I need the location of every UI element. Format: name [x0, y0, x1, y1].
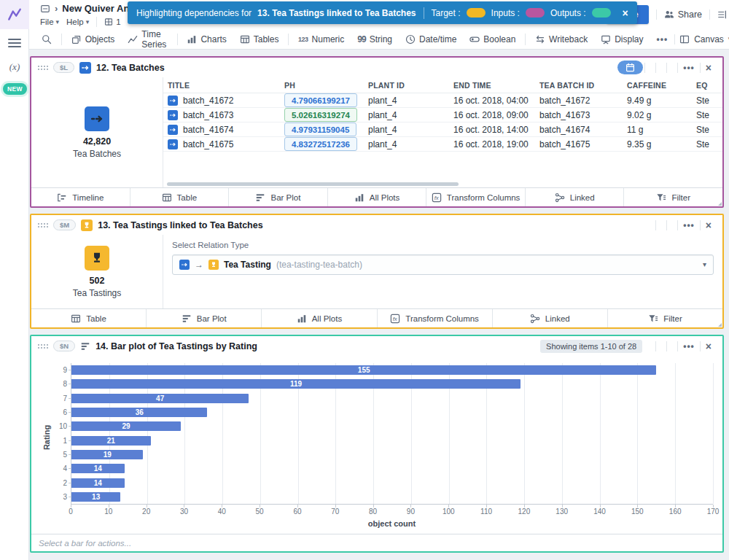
toolbar-item-writeback[interactable]: Writeback [529, 29, 594, 49]
more-icon: ••• [657, 35, 668, 44]
calendar-icon[interactable] [617, 61, 643, 74]
bar-value-label: 119 [290, 380, 302, 388]
share-button[interactable]: Share [664, 9, 702, 20]
bar-rating-10[interactable]: 29 [71, 421, 181, 431]
variable-badge[interactable]: $L [53, 62, 74, 73]
svg-text:fx: fx [393, 315, 398, 322]
variable-badge[interactable]: $M [53, 219, 76, 230]
more-icon[interactable]: ••• [678, 221, 700, 230]
object-set-summary[interactable]: 502 Tea Tastings [31, 235, 163, 308]
column-header[interactable]: TEA BATCH ID [539, 81, 627, 90]
footer-button-label: Linked [545, 314, 570, 323]
footer-button-timeline[interactable]: Timeline [31, 188, 130, 206]
ph-value-badge[interactable]: 4.83272517236 [284, 137, 357, 151]
file-menu[interactable]: File▾ [40, 18, 59, 26]
resize-handle[interactable] [718, 323, 722, 327]
toolbar-item-boolean[interactable]: Boolean [463, 29, 522, 49]
function-panel-button[interactable]: (x) [0, 61, 29, 73]
footer-button-transform-columns[interactable]: fxTransform Columns [377, 309, 492, 327]
column-header[interactable]: PLANT ID [368, 81, 453, 90]
svg-text:fx: fx [434, 194, 440, 201]
toolbar-item-datetime[interactable]: Date/time [399, 29, 463, 49]
object-set-summary[interactable]: 42,820 Tea Batches [31, 77, 163, 187]
bar-rating-3[interactable]: 13 [71, 492, 120, 502]
canvas-switcher[interactable]: Canvas ▾ [674, 34, 729, 44]
bar-rating-4[interactable]: 14 [71, 464, 125, 473]
toolbar-item-search[interactable] [35, 29, 58, 49]
footer-button-transform-columns[interactable]: fxTransform Columns [426, 188, 525, 206]
hamburger-menu-icon[interactable] [8, 36, 21, 50]
drag-handle-icon[interactable] [37, 343, 48, 349]
toolbar-item-objects[interactable]: Objects [65, 29, 122, 49]
toolbar-item-tables[interactable]: Tables [233, 29, 286, 49]
bar-rating-7[interactable]: 47 [71, 394, 249, 403]
cell-title[interactable]: batch_41673 [168, 110, 284, 120]
toolbar-item-time-series[interactable]: Time Series [121, 29, 174, 49]
footer-button-table[interactable]: Table [130, 188, 229, 206]
toolbar-item-display[interactable]: Display [594, 29, 650, 49]
table-horizontal-scrollbar[interactable] [167, 182, 459, 186]
footer-button-filter[interactable]: Filter [607, 309, 722, 327]
tea-batch-icon [79, 62, 91, 74]
list-panel-icon[interactable] [717, 9, 728, 20]
toolbar-item-charts[interactable]: Charts [180, 29, 233, 49]
board-count[interactable]: 1 [104, 18, 120, 26]
table-row[interactable]: batch_416744.97931159045plant_416 oct. 2… [163, 122, 722, 137]
cell-title-text: batch_41672 [183, 96, 233, 106]
resize-handle[interactable] [718, 202, 722, 206]
column-header[interactable]: TITLE [168, 81, 284, 90]
bar-rating-9[interactable]: 155 [71, 365, 656, 375]
ph-value-badge[interactable]: 4.97931159045 [284, 122, 356, 136]
bar-rating-6[interactable]: 36 [71, 408, 207, 417]
toolbar-item-more[interactable]: ••• [650, 29, 675, 49]
barplot-icon [80, 341, 90, 351]
y-tick-label: 8 [51, 380, 67, 388]
bar-rating-2[interactable]: 14 [71, 478, 125, 488]
footer-button-bar-plot[interactable]: Bar Plot [228, 188, 327, 206]
relation-type-select[interactable]: → Tea Tasting (tea-tasting-tea-batch) ▾ [172, 254, 714, 275]
allplots-icon [297, 314, 307, 324]
more-icon[interactable]: ••• [678, 63, 700, 72]
footer-button-linked[interactable]: Linked [525, 188, 624, 206]
table-row[interactable]: batch_416724.79066199217plant_416 oct. 2… [163, 93, 722, 108]
toolbar-item-numeric[interactable]: 123Numeric [292, 29, 351, 49]
cell-eq: Ste [696, 139, 722, 149]
close-icon[interactable]: × [701, 220, 717, 230]
column-header[interactable]: END TIME [453, 81, 539, 90]
table-row[interactable]: batch_416754.83272517236plant_416 oct. 2… [163, 137, 722, 152]
footer-button-all-plots[interactable]: All Plots [261, 309, 376, 327]
variable-badge[interactable]: $N [53, 341, 75, 351]
bar-action-input[interactable]: Select a bar for actions... [31, 534, 722, 551]
footer-button-all-plots[interactable]: All Plots [327, 188, 426, 206]
cell-title-text: batch_41674 [183, 125, 233, 135]
ph-value-badge[interactable]: 4.79066199217 [284, 93, 357, 107]
help-menu[interactable]: Help▾ [66, 18, 89, 26]
column-header[interactable]: CAFFEINE [627, 81, 696, 90]
footer-button-filter[interactable]: Filter [623, 188, 722, 206]
divider [666, 341, 667, 351]
compass-icon[interactable] [40, 4, 50, 14]
drag-handle-icon[interactable] [37, 65, 48, 71]
column-header[interactable]: PH [284, 81, 368, 90]
bar-value-label: 21 [107, 437, 115, 445]
close-icon[interactable]: × [623, 7, 628, 19]
cell-title[interactable]: batch_41672 [168, 96, 284, 106]
bar-rating-8[interactable]: 119 [71, 379, 521, 389]
more-icon[interactable]: ••• [678, 342, 700, 351]
toolbar-item-string[interactable]: 99String [351, 29, 399, 49]
ph-value-badge[interactable]: 5.02616319274 [284, 108, 357, 122]
cell-title[interactable]: batch_41675 [168, 139, 284, 149]
column-header[interactable]: EQ [696, 81, 722, 90]
footer-button-linked[interactable]: Linked [492, 309, 607, 327]
y-tick-label: 2 [51, 479, 67, 487]
close-icon[interactable]: × [701, 341, 717, 351]
footer-button-table[interactable]: Table [31, 309, 146, 327]
bar-rating-5[interactable]: 19 [71, 450, 143, 459]
cell-title[interactable]: batch_41674 [168, 125, 284, 135]
bar-rating-1[interactable]: 21 [71, 436, 151, 446]
footer-button-bar-plot[interactable]: Bar Plot [146, 309, 261, 327]
close-icon[interactable]: × [701, 63, 717, 73]
drag-handle-icon[interactable] [37, 222, 48, 228]
table-row[interactable]: batch_416735.02616319274plant_416 oct. 2… [163, 108, 722, 122]
quiver-logo-icon[interactable] [0, 0, 29, 29]
